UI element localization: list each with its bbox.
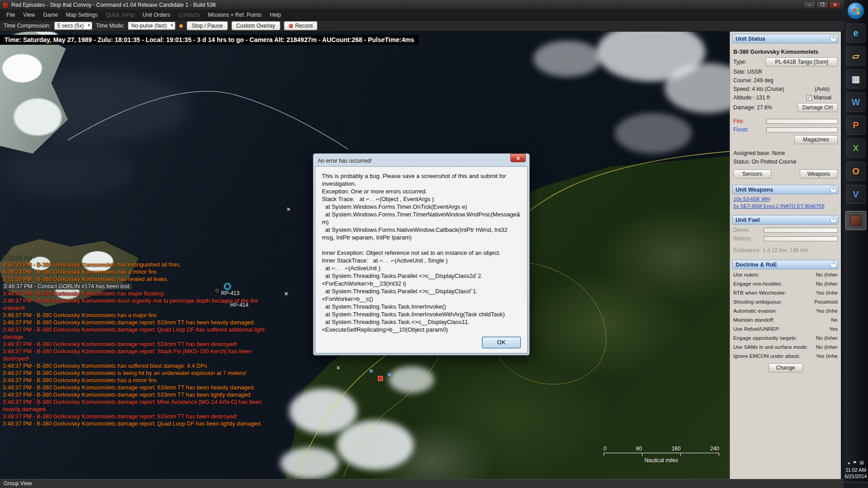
close-button[interactable]: ✕ bbox=[829, 1, 841, 9]
collapse-chevron-icon[interactable] bbox=[830, 35, 837, 42]
log-entry[interactable]: 3:48:37 PM - B-380 Gorkovsky Komsomolets… bbox=[3, 290, 277, 297]
excel-icon[interactable]: X bbox=[846, 139, 865, 158]
log-entry[interactable]: 4:09:23 PM - B-380 Gorkovsky Komsomolets… bbox=[3, 268, 277, 276]
folder-icon[interactable]: ▱ bbox=[846, 47, 865, 66]
menu-item[interactable]: Unit Orders bbox=[139, 10, 174, 19]
log-entry[interactable]: 3:48:37 PM - B-380 Gorkovsky Komsomolets… bbox=[3, 413, 277, 420]
time-mode-label: Time Mode: bbox=[96, 23, 124, 29]
log-entry[interactable]: 3:48:37 PM - B-380 Gorkovsky Komsomolets… bbox=[3, 297, 277, 312]
stop-pause-button[interactable]: Stop / Pause bbox=[187, 21, 228, 30]
show-desktop-button[interactable] bbox=[844, 482, 868, 488]
log-entry[interactable]: 4:50:30 PM - B-380 Gorkovsky Komsomolets… bbox=[3, 261, 277, 268]
collapse-chevron-icon[interactable] bbox=[830, 261, 837, 268]
log-entry[interactable]: 3:48:37 PM - B-380 Gorkovsky Komsomolets… bbox=[3, 391, 277, 399]
doctrine-row[interactable]: Engage opportunity targets: No (Inher bbox=[733, 333, 838, 343]
scale-ruler bbox=[604, 453, 719, 456]
network-icon[interactable]: ▤ bbox=[859, 460, 863, 465]
maximize-button[interactable]: ❐ bbox=[816, 1, 828, 9]
unit-type-button[interactable]: PL-641B Tango [Som] bbox=[765, 57, 838, 66]
tray-expand-icon[interactable]: ▴ bbox=[848, 460, 850, 465]
run-state-icon bbox=[179, 24, 183, 28]
contact-x-marker[interactable]: × bbox=[287, 206, 290, 213]
start-button-icon[interactable] bbox=[847, 2, 864, 19]
log-entry[interactable]: 3:48:37 PM - B-380 Gorkovsky Komsomolets… bbox=[3, 370, 277, 377]
map-view[interactable]: Time: Saturday, May 27, 1989 - Zulu: 18:… bbox=[0, 32, 730, 479]
error-dialog-titlebar[interactable]: An error has occurred! ✕ bbox=[315, 155, 528, 166]
weapon-link[interactable]: 5x SET-65M Enot-2 [NATO ET-80A[76]] bbox=[733, 203, 838, 209]
doctrine-change-button[interactable]: Change bbox=[769, 363, 803, 372]
flag-icon[interactable]: ⚑ bbox=[853, 460, 857, 465]
scale-tick-label: 80 bbox=[636, 446, 642, 452]
friendly-unit-marker[interactable] bbox=[370, 370, 373, 372]
collapse-chevron-icon[interactable] bbox=[830, 186, 837, 193]
log-entry[interactable]: 5:31:56 PM - bbox=[3, 254, 277, 261]
doctrine-row[interactable]: Use SAMs in anti-surface mode: No (Inher bbox=[733, 343, 838, 352]
record-button[interactable]: Record bbox=[284, 21, 318, 30]
ok-button[interactable]: OK bbox=[482, 337, 521, 348]
friendly-unit-marker[interactable] bbox=[388, 373, 391, 376]
collapse-chevron-icon[interactable] bbox=[830, 216, 837, 223]
menu-bar: FileViewGameMap SettingsQuick JumpUnit O… bbox=[0, 10, 844, 20]
doctrine-row[interactable]: Ignore EMCON under attack: Yes (Inhe bbox=[733, 352, 838, 361]
doctrine-row[interactable]: Engage non-hostiles: No (Inher bbox=[733, 279, 838, 288]
log-entry[interactable]: 3:48:37 PM - B-380 Gorkovsky Komsomolets… bbox=[3, 362, 277, 370]
sensors-button[interactable]: Sensors bbox=[733, 169, 771, 178]
calculator-icon[interactable]: ▦ bbox=[846, 70, 865, 89]
custom-overlay-button[interactable]: Custom Overlay bbox=[231, 21, 280, 30]
manual-depth-checkbox[interactable] bbox=[807, 95, 812, 100]
log-entry[interactable]: 3:48:37 PM - B-380 Gorkovsky Komsomolets… bbox=[3, 384, 277, 391]
contact-x-marker[interactable]: × bbox=[284, 290, 288, 297]
contact-x-marker[interactable]: × bbox=[336, 364, 340, 371]
menu-item[interactable]: Help bbox=[266, 10, 285, 19]
taskbar-item-command-active[interactable] bbox=[845, 211, 866, 230]
powerpoint-icon[interactable]: P bbox=[846, 116, 865, 135]
time-mode-select[interactable]: No-pulse (fast) bbox=[128, 22, 175, 30]
selected-unit-marker[interactable] bbox=[378, 376, 383, 381]
scale-unit-label: Nautical miles bbox=[604, 457, 719, 464]
log-entry[interactable]: 3:48:37 PM - B-380 Gorkovsky Komsomolets… bbox=[3, 341, 277, 348]
menu-item[interactable]: Contacts bbox=[175, 10, 203, 19]
menu-item[interactable]: Missions + Ref. Points bbox=[204, 10, 265, 19]
doctrine-row[interactable]: RTB when Winchester: Yes (Inhe bbox=[733, 288, 838, 297]
doctrine-row[interactable]: Use nukes: No (Inher bbox=[733, 270, 838, 279]
menu-item[interactable]: Quick Jump bbox=[102, 10, 138, 19]
log-entry[interactable]: 3:48:37 PM - B-380 Gorkovsky Komsomolets… bbox=[3, 399, 277, 413]
damage-ctrl-button[interactable]: Damage Ctrl bbox=[797, 103, 838, 112]
doctrine-list: Use nukes: No (Inher Engage non-hostiles… bbox=[732, 270, 839, 361]
internet-explorer-icon[interactable]: e bbox=[846, 23, 865, 42]
log-entry[interactable]: 3:48:37 PM - B-380 Gorkovsky Komsomolets… bbox=[3, 420, 277, 427]
log-entry[interactable]: 3:48:37 PM - Contact GOBLIN #174 has bee… bbox=[3, 283, 277, 290]
log-entry[interactable]: 3:48:37 PM - B-380 Gorkovsky Komsomolets… bbox=[3, 319, 277, 326]
log-entry[interactable]: 3:48:37 PM - B-380 Gorkovsky Komsomolets… bbox=[3, 326, 277, 341]
menu-item[interactable]: File bbox=[3, 10, 19, 19]
type-label: Type: bbox=[733, 59, 746, 65]
scale-tick-label: 240 bbox=[710, 446, 719, 452]
doctrine-row[interactable]: Use Refuel/UNREP: Yes bbox=[733, 324, 838, 333]
minimize-button[interactable]: – bbox=[804, 1, 816, 9]
unit-status-header: Unit Status bbox=[732, 34, 839, 43]
doctrine-row[interactable]: Maintain standoff: No bbox=[733, 315, 838, 324]
weapons-button[interactable]: Weapons bbox=[800, 169, 838, 178]
magazines-button[interactable]: Magazines bbox=[794, 135, 838, 144]
doctrine-row[interactable]: Shooting ambiguous: Pessimisti bbox=[733, 297, 838, 306]
log-entry[interactable]: 3:48:37 PM - B-380 Gorkovsky Komsomolets… bbox=[3, 312, 277, 319]
battery-label: Battery: bbox=[733, 235, 757, 242]
log-entry[interactable]: 3:48:37 PM - B-380 Gorkovsky Komsomolets… bbox=[3, 348, 277, 362]
dialog-close-icon[interactable]: ✕ bbox=[510, 154, 526, 162]
time-compression-select[interactable]: 5 secs (5x) bbox=[54, 22, 93, 30]
sim-time-bar: Time: Saturday, May 27, 1989 - Zulu: 18:… bbox=[0, 35, 419, 45]
menu-item[interactable]: Game bbox=[39, 10, 61, 19]
outlook-icon[interactable]: O bbox=[846, 162, 865, 181]
weapon-link[interactable]: 10x 53-65K WH bbox=[733, 196, 838, 202]
visio-icon[interactable]: V bbox=[846, 185, 865, 204]
group-view-label[interactable]: Group View bbox=[4, 480, 32, 487]
error-dialog-title: An error has occurred! bbox=[318, 158, 372, 164]
log-entry[interactable]: 3:51:30 PM - B-380 Gorkovsky Komsomolets… bbox=[3, 276, 277, 283]
doctrine-row[interactable]: Automatic evasion: Yes (Inhe bbox=[733, 306, 838, 315]
log-entry[interactable]: 3:48:37 PM - B-380 Gorkovsky Komsomolets… bbox=[3, 377, 277, 384]
window-title: Red Episodes - Stop that Convoy - Comman… bbox=[11, 2, 804, 8]
taskbar-clock[interactable]: 11:02 AM 6/21/2014 bbox=[845, 467, 867, 479]
menu-item[interactable]: View bbox=[19, 10, 38, 19]
word-icon[interactable]: W bbox=[846, 93, 865, 112]
menu-item[interactable]: Map Settings bbox=[62, 10, 101, 19]
